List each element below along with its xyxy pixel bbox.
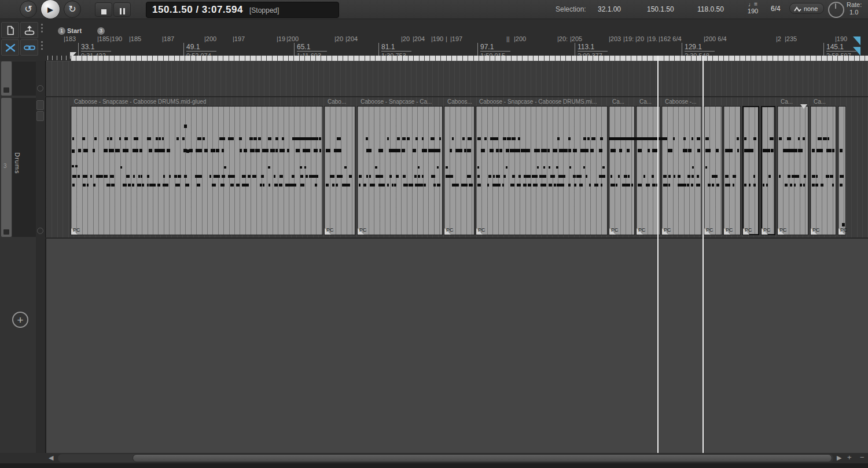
marker-line[interactable] bbox=[657, 56, 659, 453]
toolbar-grip[interactable] bbox=[38, 22, 45, 38]
tempo-marker[interactable]: |197 bbox=[233, 35, 245, 42]
midi-item[interactable] bbox=[324, 106, 355, 235]
envelope-mode-button[interactable]: none bbox=[789, 3, 824, 14]
scroll-right-button[interactable]: ▶ bbox=[837, 454, 841, 462]
scrollbar-thumb[interactable] bbox=[133, 454, 832, 462]
marker-bubble[interactable]: 1 bbox=[58, 27, 65, 35]
track-divider[interactable] bbox=[45, 237, 868, 239]
track-3-record-arm-button[interactable] bbox=[37, 228, 43, 234]
zoom-in-button[interactable]: + bbox=[847, 453, 852, 462]
midi-note bbox=[568, 149, 571, 152]
tempo-marker[interactable]: |183 bbox=[64, 35, 76, 42]
tempo-marker[interactable]: | bbox=[446, 35, 447, 42]
tempo-marker[interactable]: |185 bbox=[97, 35, 109, 42]
tempo-marker[interactable]: |187 bbox=[162, 35, 174, 42]
time-signature[interactable]: 6/4 bbox=[771, 5, 781, 13]
rate-knob[interactable] bbox=[828, 2, 844, 18]
track-2-panel[interactable] bbox=[12, 61, 36, 96]
tempo-marker[interactable]: |2 bbox=[776, 35, 781, 42]
midi-item[interactable] bbox=[476, 106, 608, 235]
midi-item[interactable] bbox=[723, 106, 741, 235]
save-project-button[interactable] bbox=[20, 22, 38, 38]
add-track-button[interactable]: + bbox=[12, 312, 28, 328]
scroll-left-button[interactable]: ◀ bbox=[49, 454, 53, 462]
rate-value[interactable]: 1.0 bbox=[847, 9, 862, 16]
tempo-marker[interactable]: |190 bbox=[110, 35, 122, 42]
tempo-marker[interactable]: |185 bbox=[129, 35, 141, 42]
pause-button[interactable] bbox=[113, 2, 131, 17]
tempo-marker[interactable]: |20 bbox=[401, 35, 410, 42]
track-lane-2[interactable] bbox=[46, 61, 868, 96]
status-strip bbox=[0, 463, 868, 468]
midi-note bbox=[260, 184, 262, 187]
tempo-marker[interactable]: |190 bbox=[835, 35, 847, 42]
new-project-button[interactable] bbox=[1, 22, 19, 38]
go-to-start-button[interactable]: ↺ bbox=[20, 1, 37, 18]
midi-note bbox=[477, 166, 479, 169]
midi-note bbox=[275, 137, 278, 140]
midi-item[interactable] bbox=[609, 106, 635, 235]
tempo-marker[interactable]: |162 6/4 bbox=[659, 35, 682, 42]
midi-item[interactable] bbox=[636, 106, 660, 235]
track-name[interactable]: Drums bbox=[14, 152, 21, 174]
tempo-marker[interactable]: |204 bbox=[345, 35, 358, 42]
tempo-marker[interactable]: || bbox=[506, 35, 510, 42]
midi-item[interactable] bbox=[777, 106, 808, 235]
tempo-marker[interactable]: |205 bbox=[570, 35, 582, 42]
tempo-marker[interactable]: |190 bbox=[431, 35, 443, 42]
time-selection-strip[interactable] bbox=[71, 56, 868, 61]
zoom-out-button[interactable]: − bbox=[860, 453, 865, 462]
midi-item[interactable] bbox=[444, 106, 475, 235]
tempo-marker[interactable]: |203 bbox=[609, 35, 621, 42]
midi-note bbox=[506, 166, 507, 169]
marker-bubble[interactable]: 3 bbox=[97, 27, 105, 35]
midi-item[interactable] bbox=[742, 106, 759, 235]
midi-note bbox=[431, 137, 435, 140]
timeline-ruler[interactable]: 1Start3|183|185|190|185|187|200|197|19|2… bbox=[46, 19, 868, 61]
tempo-marker[interactable]: |19: bbox=[623, 35, 634, 42]
tempo-marker[interactable]: |19 bbox=[277, 35, 285, 42]
stop-button[interactable] bbox=[95, 2, 112, 17]
midi-note bbox=[197, 137, 201, 140]
tempo-marker[interactable]: |200 bbox=[204, 35, 216, 42]
crossfade-toggle-button[interactable] bbox=[1, 39, 19, 56]
tempo-marker[interactable]: |235 bbox=[785, 35, 797, 42]
midi-note bbox=[142, 184, 144, 187]
mute-button[interactable] bbox=[36, 100, 44, 110]
midi-note bbox=[790, 184, 792, 187]
track-2-record-arm-button[interactable] bbox=[37, 85, 43, 92]
midi-note bbox=[765, 149, 770, 152]
toolbar-grip[interactable] bbox=[38, 39, 45, 56]
midi-item[interactable] bbox=[71, 106, 323, 235]
midi-item[interactable] bbox=[838, 106, 846, 235]
item-grouping-button[interactable] bbox=[20, 39, 38, 56]
tempo-marker[interactable]: |19. bbox=[647, 35, 657, 42]
midi-item[interactable] bbox=[810, 106, 836, 235]
tempo-marker[interactable]: |200 6/4 bbox=[704, 35, 727, 42]
midi-item[interactable] bbox=[761, 106, 775, 235]
midi-note bbox=[418, 166, 420, 169]
tempo-marker[interactable]: |20 bbox=[635, 35, 644, 42]
midi-note bbox=[685, 149, 687, 152]
tempo-marker[interactable]: |20: bbox=[557, 35, 568, 42]
midi-item[interactable] bbox=[704, 106, 722, 235]
tempo-marker[interactable]: |20 bbox=[334, 35, 343, 42]
midi-note bbox=[222, 175, 225, 178]
tempo-marker[interactable]: |200 bbox=[514, 35, 526, 42]
midi-note bbox=[561, 184, 564, 187]
tempo-marker[interactable]: |204 bbox=[413, 35, 425, 42]
tempo-display[interactable]: ♩= 190 bbox=[743, 1, 763, 14]
selection-end[interactable]: 150.1.50 bbox=[647, 5, 674, 13]
play-button[interactable]: ▶ bbox=[41, 0, 60, 19]
marker-line[interactable] bbox=[703, 56, 704, 453]
solo-button[interactable] bbox=[36, 111, 44, 121]
midi-item[interactable] bbox=[357, 106, 443, 235]
midi-item[interactable] bbox=[661, 106, 702, 235]
midi-note bbox=[499, 149, 502, 152]
repeat-button[interactable]: ↻ bbox=[64, 1, 81, 18]
selection-length[interactable]: 118.0.50 bbox=[697, 5, 724, 13]
tempo-marker[interactable]: |197 bbox=[450, 35, 462, 42]
tempo-marker[interactable]: |200 bbox=[286, 35, 299, 42]
selection-start[interactable]: 32.1.00 bbox=[598, 5, 621, 13]
time-display[interactable]: 150.1.50 / 3:07.594 [Stopped] bbox=[146, 2, 339, 18]
